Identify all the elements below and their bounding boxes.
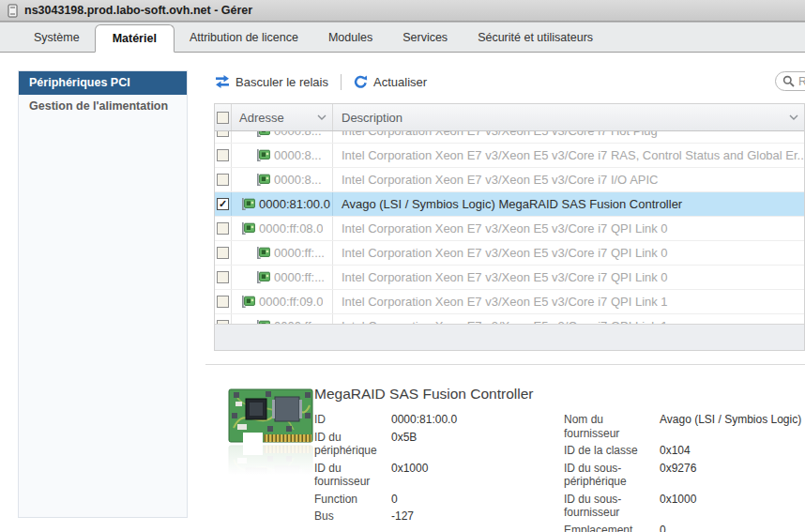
- row-address: 0000:ff:09.0: [259, 295, 323, 309]
- host-server-icon: [8, 4, 18, 18]
- row-checkbox[interactable]: ✓: [217, 198, 229, 210]
- property-row: ID du sous-fournisseur0x1000: [564, 493, 805, 520]
- property-row: Bus-127: [314, 509, 564, 524]
- row-description: Intel Corporation Xeon E7 v3/Xeon E5 v3/…: [333, 295, 804, 309]
- row-checkbox[interactable]: [217, 247, 229, 259]
- row-checkbox[interactable]: [217, 149, 229, 161]
- toggle-passthrough-button[interactable]: Basculer le relais: [215, 75, 328, 89]
- row-checkbox-cell[interactable]: [215, 168, 232, 191]
- sidebar-item-peripheriques-pci[interactable]: Périphériques PCI: [19, 71, 187, 95]
- tab-licence[interactable]: Attribution de licence: [175, 23, 313, 52]
- search-icon: [782, 75, 795, 87]
- device-title: MegaRAID SAS Fusion Controller: [314, 386, 533, 403]
- row-address: 0000:8...: [274, 173, 322, 187]
- pci-card-icon: [256, 271, 270, 283]
- refresh-button[interactable]: Actualiser: [354, 75, 427, 89]
- table-row[interactable]: 0000:ff...Intel Corporation Xeon E7 v3/X…: [215, 314, 804, 324]
- property-label: Bus: [314, 509, 389, 524]
- row-address-cell: 0000:ff:...: [232, 266, 333, 289]
- table-row[interactable]: 0000:8...Intel Corporation Xeon E7 v3/Xe…: [215, 131, 804, 144]
- row-checkbox-cell[interactable]: [215, 314, 232, 324]
- chevron-down-icon[interactable]: [317, 114, 327, 120]
- sidebar-item-gestion-alimentation[interactable]: Gestion de l'alimentation: [19, 95, 187, 118]
- table-row[interactable]: 0000:ff:09.0Intel Corporation Xeon E7 v3…: [215, 290, 804, 314]
- property-value: 0x1000: [389, 462, 428, 489]
- table-row[interactable]: ✓0000:81:00.0Avago (LSI / Symbios Logic)…: [215, 192, 804, 217]
- pci-card-icon: [241, 198, 255, 210]
- tab-modules[interactable]: Modules: [313, 23, 387, 52]
- row-checkbox[interactable]: [217, 296, 229, 308]
- table-row[interactable]: 0000:ff:...Intel Corporation Xeon E7 v3/…: [215, 266, 804, 290]
- chevron-down-icon[interactable]: [789, 114, 798, 120]
- row-checkbox[interactable]: [217, 320, 229, 324]
- row-address-cell: 0000:8...: [232, 131, 333, 143]
- row-description: Intel Corporation Xeon E7 v3/Xeon E5 v3/…: [333, 131, 804, 138]
- table-row[interactable]: 0000:ff:...Intel Corporation Xeon E7 v3/…: [215, 241, 804, 266]
- property-value: 0000:81:00.0: [389, 413, 457, 427]
- property-value: Avago (LSI / Symbios Logic): [658, 413, 801, 440]
- property-value: 0x9276: [658, 462, 696, 489]
- property-label: ID du sous-périphérique: [564, 462, 658, 489]
- device-properties-right: Nom du fournisseurAvago (LSI / Symbios L…: [564, 413, 805, 532]
- table-horizontal-scrollbar-track[interactable]: [215, 324, 804, 350]
- property-value: 0x1000: [658, 493, 696, 520]
- tab-services[interactable]: Services: [387, 23, 463, 52]
- row-checkbox-cell[interactable]: [215, 144, 232, 167]
- table-row[interactable]: 0000:8...Intel Corporation Xeon E7 v3/Xe…: [215, 144, 804, 168]
- pci-card-icon: [256, 320, 270, 324]
- property-label: Emplacement: [564, 524, 658, 532]
- property-label: ID de la classe: [564, 444, 658, 458]
- app-window: ns3043198.prod.labo-soft.ovh.net - Gérer…: [0, 0, 805, 532]
- property-row: Nom du fournisseurAvago (LSI / Symbios L…: [564, 413, 805, 440]
- column-header-adresse[interactable]: Adresse: [232, 104, 333, 130]
- details-divider: [205, 364, 805, 365]
- select-all-checkbox[interactable]: [217, 112, 229, 124]
- property-label: ID du périphérique: [314, 431, 389, 458]
- row-address: 0000:ff...: [274, 319, 321, 324]
- row-address: 0000:8...: [274, 148, 322, 162]
- property-value: 0: [389, 493, 398, 507]
- row-checkbox-cell[interactable]: [215, 266, 232, 289]
- row-checkbox-cell[interactable]: [215, 290, 232, 313]
- tab-systeme[interactable]: Système: [19, 23, 95, 52]
- row-checkbox[interactable]: [217, 131, 229, 137]
- row-checkbox[interactable]: [217, 222, 229, 235]
- column-header-description[interactable]: Description: [333, 104, 804, 130]
- select-all-checkbox-cell[interactable]: [215, 104, 232, 130]
- row-checkbox-cell[interactable]: [215, 217, 232, 240]
- property-label: ID du fournisseur: [314, 462, 389, 489]
- row-checkbox[interactable]: [217, 271, 229, 283]
- search-input[interactable]: [798, 75, 805, 88]
- row-address: 0000:81:00.0: [259, 197, 330, 211]
- property-value: 0x5B: [389, 431, 417, 458]
- row-checkbox-cell[interactable]: [215, 131, 232, 143]
- window-title: ns3043198.prod.labo-soft.ovh.net - Gérer: [24, 4, 252, 17]
- row-description: Intel Corporation Xeon E7 v3/Xeon E5 v3/…: [333, 148, 804, 162]
- property-label: ID: [314, 413, 389, 427]
- row-description: Avago (LSI / Symbios Logic) MegaRAID SAS…: [333, 197, 804, 211]
- row-address-cell: 0000:ff:09.0: [232, 290, 333, 313]
- device-details-panel: MegaRAID SAS Fusion Controller ID0000:81…: [214, 379, 805, 532]
- table-body[interactable]: 0000:8...Intel Corporation Xeon E7 v3/Xe…: [215, 131, 804, 324]
- row-description: Intel Corporation Xeon E7 v3/Xeon E5 v3/…: [333, 319, 804, 324]
- table-row[interactable]: 0000:ff:08.0Intel Corporation Xeon E7 v3…: [215, 217, 804, 241]
- row-address: 0000:ff:...: [274, 246, 325, 260]
- tab-securite[interactable]: Sécurité et utilisateurs: [463, 23, 608, 52]
- search-box[interactable]: [775, 71, 805, 91]
- pci-table-body-rows: 0000:8...Intel Corporation Xeon E7 v3/Xe…: [215, 131, 804, 324]
- row-checkbox-cell[interactable]: [215, 241, 232, 265]
- table-header: Adresse Description: [215, 104, 804, 131]
- property-row: ID du sous-périphérique0x9276: [564, 462, 805, 489]
- pci-card-illustration: [228, 388, 314, 479]
- swap-arrows-icon: [215, 75, 230, 88]
- property-label: Nom du fournisseur: [564, 413, 658, 440]
- row-checkbox-cell[interactable]: ✓: [215, 192, 232, 216]
- row-description: Intel Corporation Xeon E7 v3/Xeon E5 v3/…: [333, 270, 804, 284]
- tab-materiel[interactable]: Matériel: [95, 24, 175, 53]
- property-row: Emplacement0: [564, 524, 805, 532]
- property-value: 0x104: [658, 444, 691, 458]
- row-checkbox[interactable]: [217, 174, 229, 186]
- row-address: 0000:ff:...: [274, 270, 325, 284]
- table-row[interactable]: 0000:8...Intel Corporation Xeon E7 v3/Xe…: [215, 168, 804, 192]
- toolbar: Basculer le relais Actualiser: [215, 71, 427, 92]
